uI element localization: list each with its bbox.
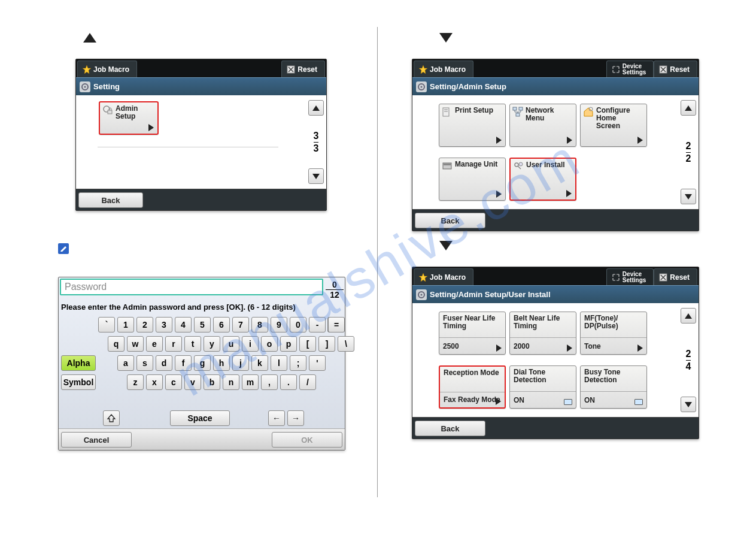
key-q[interactable]: q [108, 336, 125, 352]
key-t[interactable]: t [184, 336, 201, 352]
job-macro-tab[interactable]: Job Macro [414, 268, 473, 285]
key-9[interactable]: 9 [271, 317, 287, 333]
key-3[interactable]: 3 [156, 317, 172, 333]
arrow-down-icon [439, 33, 453, 43]
configure-home-tile[interactable]: Configure Home Screen [580, 104, 647, 147]
key-l[interactable]: l [271, 355, 287, 371]
key-d[interactable]: d [156, 355, 172, 371]
key-0[interactable]: 0 [290, 317, 306, 333]
key-o[interactable]: o [261, 336, 278, 352]
page-up-button[interactable] [681, 308, 696, 324]
key-z[interactable]: z [127, 374, 144, 390]
device-settings-tab[interactable]: Device Settings [606, 268, 654, 285]
ok-button[interactable]: OK [272, 432, 342, 448]
key-6[interactable]: 6 [213, 317, 230, 333]
alpha-key[interactable]: Alpha [61, 355, 96, 371]
key-v[interactable]: v [184, 374, 201, 390]
key-j[interactable]: j [232, 355, 249, 371]
user-install-tile[interactable]: User Install [509, 158, 576, 201]
symbol-key[interactable]: Symbol [61, 374, 96, 390]
key-k[interactable]: k [251, 355, 268, 371]
fuser-tile[interactable]: Fuser Near Life Timing2500 [439, 312, 506, 355]
mftone-tile[interactable]: MF(Tone)/ DP(Pulse)Tone [580, 312, 647, 355]
device-settings-tab[interactable]: Device Settings [606, 61, 654, 77]
key-`[interactable]: ` [98, 317, 115, 333]
key-s[interactable]: s [136, 355, 153, 371]
key-=[interactable]: = [328, 317, 345, 333]
key-f[interactable]: f [175, 355, 192, 371]
page-down-button[interactable] [681, 189, 696, 204]
tile-label: Dial Tone Detection [514, 368, 573, 384]
reset-tab[interactable]: Reset [654, 61, 697, 77]
breadcrumb-text: Setting [93, 82, 120, 91]
print-setup-icon [442, 107, 453, 117]
job-macro-tab[interactable]: Job Macro [414, 61, 473, 77]
key-/[interactable]: / [299, 374, 316, 390]
gear-icon [80, 81, 90, 92]
key-w[interactable]: w [127, 336, 144, 352]
svg-rect-15 [516, 113, 520, 116]
page-up-button[interactable] [308, 100, 324, 116]
tile-value: 2500 [443, 342, 459, 350]
key-.[interactable]: . [280, 374, 297, 390]
key-b[interactable]: b [204, 374, 220, 390]
key-2[interactable]: 2 [136, 317, 153, 333]
key-p[interactable]: p [280, 336, 297, 352]
job-macro-tab[interactable]: Job Macro [77, 61, 137, 77]
network-menu-tile[interactable]: Network Menu [509, 104, 576, 147]
reception-tile[interactable]: Reception ModeFax Ready Mode [439, 365, 506, 409]
busytone-tile[interactable]: Busy Tone DetectionON [580, 365, 647, 409]
arrow-left-key[interactable]: ← [268, 410, 285, 426]
chevron-right-icon [567, 344, 572, 352]
reset-tab[interactable]: Reset [281, 61, 325, 77]
manage-unit-icon [442, 161, 453, 171]
key-m[interactable]: m [242, 374, 259, 390]
tile-value: Fax Ready Mode [444, 395, 500, 404]
tile-label: User Install [526, 161, 573, 169]
key-x[interactable]: x [146, 374, 163, 390]
key-;[interactable]: ; [290, 355, 306, 371]
admin-setup-tile[interactable]: Admin Setup [99, 101, 159, 135]
breadcrumb-text: Setting/Admin Setup/User Install [430, 290, 551, 299]
key-h[interactable]: h [213, 355, 230, 371]
key-r[interactable]: r [165, 336, 182, 352]
svg-point-20 [519, 162, 523, 166]
key-,[interactable]: , [261, 374, 278, 390]
key-\[interactable]: \ [338, 336, 354, 352]
belt-tile[interactable]: Belt Near Life Timing2000 [509, 312, 576, 355]
key--[interactable]: - [309, 317, 326, 333]
key-n[interactable]: n [223, 374, 239, 390]
key-y[interactable]: y [204, 336, 220, 352]
key-'[interactable]: ' [309, 355, 326, 371]
pager: 22 [679, 95, 697, 209]
arrow-right-key[interactable]: → [287, 410, 304, 426]
key-i[interactable]: i [242, 336, 259, 352]
page-down-button[interactable] [308, 168, 324, 184]
key-7[interactable]: 7 [232, 317, 249, 333]
key-g[interactable]: g [194, 355, 211, 371]
page-down-button[interactable] [681, 397, 696, 412]
dialtone-tile[interactable]: Dial Tone DetectionON [509, 365, 576, 409]
print-setup-tile[interactable]: Print Setup [439, 104, 506, 147]
page-up-button[interactable] [681, 100, 696, 116]
reset-tab[interactable]: Reset [654, 268, 697, 285]
key-u[interactable]: u [223, 336, 239, 352]
key-e[interactable]: e [146, 336, 163, 352]
password-input[interactable]: Password [60, 279, 323, 295]
key-a[interactable]: a [117, 355, 134, 371]
space-key[interactable]: Space [170, 410, 230, 426]
key-5[interactable]: 5 [194, 317, 211, 333]
breadcrumb: Setting/Admin Setup/User Install [412, 285, 699, 303]
key-[[interactable]: [ [299, 336, 316, 352]
back-button[interactable]: Back [78, 192, 143, 208]
back-button[interactable]: Back [415, 421, 485, 436]
key-c[interactable]: c [165, 374, 182, 390]
cancel-button[interactable]: Cancel [61, 432, 132, 448]
back-button[interactable]: Back [415, 213, 485, 228]
key-8[interactable]: 8 [251, 317, 268, 333]
manage-unit-tile[interactable]: Manage Unit [439, 158, 506, 201]
key-][interactable]: ] [318, 336, 335, 352]
key-4[interactable]: 4 [175, 317, 192, 333]
key-1[interactable]: 1 [117, 317, 134, 333]
shift-key[interactable] [103, 410, 120, 426]
